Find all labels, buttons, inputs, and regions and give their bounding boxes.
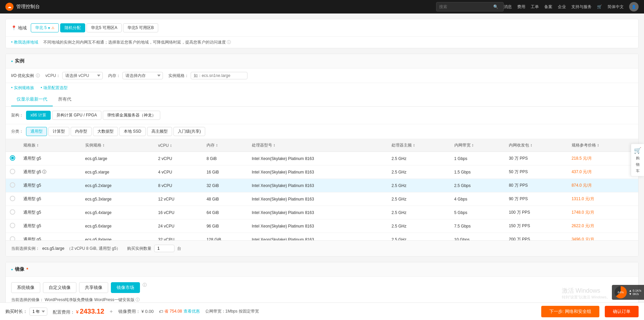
region-zone-b[interactable]: 华北5 可用区B xyxy=(123,23,158,32)
radio-cell[interactable] xyxy=(6,206,19,219)
quantity-input[interactable] xyxy=(154,245,174,252)
nav-cart[interactable]: 🛒 xyxy=(597,4,602,9)
arch-bare-metal[interactable]: 弹性裸金属服务器（神龙） xyxy=(103,111,160,120)
cell-cpu-model: Intel Xeon(Skylake) Platinum 8163 xyxy=(248,152,387,165)
cell-bandwidth: 4 Gbps xyxy=(450,192,505,206)
cat-bigdata[interactable]: 大数据型 xyxy=(93,127,118,136)
duration-dropdown[interactable]: 1 年 xyxy=(29,308,47,316)
region-help-link[interactable]: • 教我选择地域 xyxy=(11,40,38,45)
table-row[interactable]: 通用型 g5 ecs.g5.4xlarge 16 vCPU 64 GiB Int… xyxy=(6,206,638,219)
radio-cell[interactable] xyxy=(6,165,19,179)
btn-system-image[interactable]: 系统镜像 xyxy=(11,282,40,293)
cat-compute[interactable]: 计算型 xyxy=(48,127,69,136)
arch-x86[interactable]: x86 计算 xyxy=(26,111,51,120)
confirm-btn[interactable]: 确认订单 xyxy=(605,306,639,317)
col-price[interactable]: 规格参考价格 ↕ xyxy=(568,139,638,152)
spec-family-link[interactable]: • 实例规格族 xyxy=(11,85,34,90)
radio-cell[interactable] xyxy=(6,233,19,241)
radio-btn[interactable] xyxy=(10,155,15,161)
table-row[interactable]: 通用型 g5 ecs.g5.large 2 vCPU 8 GiB Intel X… xyxy=(6,152,638,165)
cell-vcpu: 16 vCPU xyxy=(154,206,202,219)
table-row[interactable]: 通用型 g5 ⓘ ecs.g5.xlarge 4 vCPU 16 GiB Int… xyxy=(6,165,638,179)
col-spec[interactable]: 实例规格 ↕ xyxy=(81,139,154,152)
region-help: • 教我选择地域 不同地域的实例之间内网互不相通；选择靠近您客户的地域，可降低网… xyxy=(6,37,638,48)
radio-btn[interactable] xyxy=(10,169,15,174)
spec-input[interactable] xyxy=(191,72,247,79)
nav-tickets[interactable]: 工单 xyxy=(531,4,539,10)
check-best-link[interactable]: 查看优惠 xyxy=(184,309,200,314)
cell-type: 通用型 g5 xyxy=(19,219,81,233)
col-pps[interactable]: 内网收发包 ↕ xyxy=(505,139,567,152)
avatar[interactable]: 👤 xyxy=(629,2,639,11)
radio-btn[interactable] xyxy=(10,223,15,228)
search-input[interactable] xyxy=(439,4,493,9)
gen-tab-latest[interactable]: 仅显示最新一代 xyxy=(11,93,53,106)
image-info-help[interactable]: ⓘ xyxy=(136,297,140,302)
nav-support[interactable]: 支持与服务 xyxy=(571,4,592,10)
radio-btn[interactable] xyxy=(10,209,15,215)
col-bandwidth[interactable]: 内网带宽 ↕ xyxy=(450,139,505,152)
instance-table: 规格族 ↕ 实例规格 ↕ vCPU ↕ 内存 ↕ 处理器型号 ↕ 处理器主频 ↕… xyxy=(6,139,638,240)
cat-memory[interactable]: 内存型 xyxy=(71,127,92,136)
instance-card: ▪ 实例 I/O 优化实例 ⓘ vCPU： 请选择 vCPU 内存： 请选择内存 xyxy=(5,54,639,257)
table-row[interactable]: 通用型 g5 ecs.g5.3xlarge 12 vCPU 48 GiB Int… xyxy=(6,192,638,206)
image-help-icon[interactable]: ⓘ xyxy=(143,282,147,293)
next-btn[interactable]: 下一步: 网络和安全组 xyxy=(541,306,599,317)
table-row[interactable]: 通用型 g5 ecs.g5.6xlarge 24 vCPU 96 GiB Int… xyxy=(6,219,638,233)
nav-enterprise[interactable]: 企业 xyxy=(558,4,566,10)
cell-cpu-model: Intel Xeon(Skylake) Platinum 8163 xyxy=(248,165,387,179)
region-help-icon[interactable]: ⓘ xyxy=(227,40,231,45)
col-mem[interactable]: 内存 ↕ xyxy=(202,139,248,152)
cell-mem: 16 GiB xyxy=(202,165,248,179)
cell-type: 通用型 g5 ⓘ xyxy=(19,165,81,179)
gen-tab-all[interactable]: 所有代 xyxy=(53,93,77,106)
nav-fees[interactable]: 费用 xyxy=(517,4,525,10)
col-vcpu[interactable]: vCPU ↕ xyxy=(154,139,202,152)
cell-price: 1311.0 元/月 xyxy=(568,192,638,206)
btn-marketplace-image[interactable]: 镜像市场 xyxy=(111,282,140,293)
side-cart[interactable]: 🛒 购 物 车 xyxy=(631,144,644,177)
col-cpu-model[interactable]: 处理器型号 ↕ xyxy=(248,139,387,152)
radio-cell[interactable] xyxy=(6,192,19,206)
table-row[interactable]: 通用型 g5 ecs.g5.8xlarge 32 vCPU 128 GiB In… xyxy=(6,233,638,241)
scene-config-link[interactable]: • 场景配置选型 xyxy=(41,85,68,90)
cat-general[interactable]: 通用型 xyxy=(26,127,47,136)
instance-title: ▪ 实例 xyxy=(11,58,24,64)
radio-cell[interactable] xyxy=(6,152,19,165)
arch-gpu[interactable]: 异构计算 GPU / FPGA xyxy=(52,111,101,120)
cat-entry[interactable]: 入门级(共享) xyxy=(173,127,205,136)
nav-messages[interactable]: 消息 xyxy=(504,4,512,10)
nav-lang[interactable]: 简体中文 xyxy=(607,4,624,10)
search-icon: 🔍 xyxy=(493,4,498,9)
search-box[interactable]: 🔍 xyxy=(436,2,504,11)
col-type[interactable]: 规格族 ↕ xyxy=(19,139,81,152)
region-zone-a[interactable]: 华北5 可用区A xyxy=(87,23,122,32)
btn-custom-image[interactable]: 自定义镜像 xyxy=(43,282,76,293)
nav-archive[interactable]: 备案 xyxy=(544,4,552,10)
gen-tabs: 仅显示最新一代 所有代 xyxy=(6,93,638,107)
cat-local-ssd[interactable]: 本地 SSD xyxy=(119,127,146,136)
cell-spec: ecs.g5.3xlarge xyxy=(81,192,154,206)
region-active-tab[interactable]: 华北 5 ▾ ⚠ xyxy=(31,23,59,32)
current-selection: 当前选择实例： ecs.g5.large （2 vCPU 8 GiB, 通用型 … xyxy=(6,240,638,256)
table-row[interactable]: 通用型 g5 ecs.g5.2xlarge 8 vCPU 32 GiB Inte… xyxy=(6,179,638,192)
col-freq[interactable]: 处理器主频 ↕ xyxy=(387,139,450,152)
region-dropdown-icon: ▾ xyxy=(48,26,50,30)
radio-cell[interactable] xyxy=(6,219,19,233)
cell-pps: 150 万 PPS xyxy=(505,219,567,233)
cell-mem: 8 GiB xyxy=(202,152,248,165)
radio-btn[interactable] xyxy=(10,196,15,201)
vcpu-select[interactable]: 请选择 vCPU xyxy=(62,72,103,79)
btn-shared-image[interactable]: 共享镜像 xyxy=(79,282,108,293)
cell-pps: 50 万 PPS xyxy=(505,165,567,179)
region-random-btn[interactable]: 随机分配 xyxy=(60,23,85,32)
radio-btn[interactable] xyxy=(10,182,15,188)
discount-icon: 🏷 xyxy=(159,309,163,314)
cat-high-freq[interactable]: 高主频型 xyxy=(147,127,172,136)
radio-btn[interactable] xyxy=(10,236,15,240)
side-cart-icon: 🛒 xyxy=(634,147,641,154)
cell-freq: 2.5 GHz xyxy=(387,152,450,165)
io-help-icon[interactable]: ⓘ xyxy=(36,73,40,79)
memory-select[interactable]: 请选择内存 xyxy=(122,72,163,79)
radio-cell[interactable] xyxy=(6,179,19,192)
